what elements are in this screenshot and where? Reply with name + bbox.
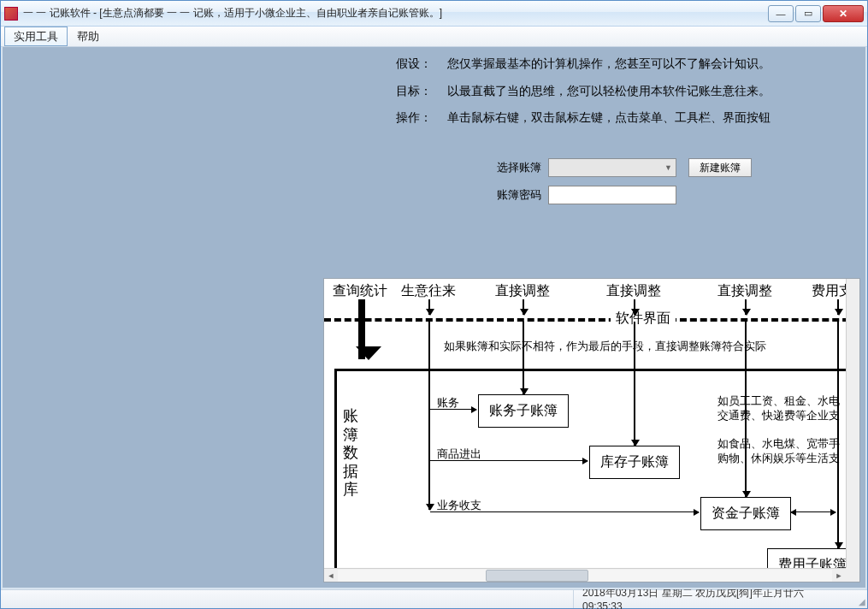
diagram-head-business: 生意往来 <box>401 282 456 300</box>
arrow-query-stats <box>358 299 365 359</box>
minimize-button[interactable]: ― <box>768 5 794 22</box>
intro-op-label: 操作： <box>396 109 447 127</box>
diagram-software-ui-label: 软件界面 <box>611 310 676 328</box>
diagram-dashed-line <box>324 318 859 322</box>
diagram-vertical-scrollbar[interactable] <box>846 279 859 568</box>
resize-grip-icon[interactable]: ◢ <box>853 590 867 608</box>
diagram-adjust-note: 如果账簿和实际不相符，作为最后的手段，直接调整账簿符合实际 <box>444 339 766 354</box>
conn-funds-label: 业务收支 <box>437 498 481 513</box>
note-enterprise-expense: 如员工工资、租金、水电 交通费、快递费等企业支 <box>717 394 840 423</box>
intro-goal-label: 目标： <box>396 83 447 100</box>
intro-goal-text: 以最直截了当的思维，您可以轻松使用本软件记账生意往来。 <box>447 83 858 100</box>
new-ledger-button[interactable]: 新建账簿 <box>688 158 752 177</box>
arrow-head-adjust3-short <box>745 299 747 315</box>
menu-tools[interactable]: 实用工具 <box>4 27 68 46</box>
window-title: 一 一 记账软件 - [生意点滴都要 一 一 记账，适用于小微企业主、自由职业者… <box>23 6 442 21</box>
intro-assume-label: 假设： <box>396 56 447 73</box>
client-area: 假设： 您仅掌握最基本的计算机操作，您甚至可以不了解会计知识。 目标： 以最直截… <box>1 47 867 589</box>
titlebar[interactable]: 一 一 记账软件 - [生意点滴都要 一 一 记账，适用于小微企业主、自由职业者… <box>1 1 867 27</box>
maximize-icon: ▭ <box>804 8 812 19</box>
note-living-expense: 如食品、水电煤、宽带手 购物、休闲娱乐等生活支 <box>717 437 840 466</box>
db-vertical-label: 账簿数据库 <box>343 407 358 500</box>
statusbar: 2018年03月13日 星期二 农历戊戌[狗]年正月廿六 09:35:33 ◢ <box>1 589 867 608</box>
diagram-head-adjust1: 直接调整 <box>495 282 550 300</box>
diagram-head-adjust3: 直接调整 <box>717 282 772 300</box>
ledger-form: 选择账簿 ▼ 新建账簿 账簿密码 <box>481 158 781 213</box>
statusbar-datetime: 2018年03月13日 星期二 农历戊戌[狗]年正月廿六 09:35:33 <box>574 586 853 609</box>
conn-accounting-label: 账务 <box>437 395 459 411</box>
app-icon <box>4 7 18 21</box>
diagram-head-adjust2: 直接调整 <box>606 282 661 300</box>
select-ledger-label: 选择账簿 <box>481 160 541 175</box>
conn-inventory-label: 商品进出 <box>437 446 481 462</box>
close-icon: ✕ <box>839 8 847 20</box>
scroll-corner <box>846 568 859 582</box>
diagram-horizontal-scrollbar[interactable]: ◄ ► <box>324 568 846 582</box>
intro-block: 假设： 您仅掌握最基本的计算机操作，您甚至可以不了解会计知识。 目标： 以最直截… <box>396 56 858 137</box>
diagram-panel: 查询统计 生意往来 直接调整 直接调整 直接调整 费用支出 报 软件界面 <box>323 278 860 582</box>
diagram-head-query-stats: 查询统计 <box>333 282 387 300</box>
intro-assume-text: 您仅掌握最基本的计算机操作，您甚至可以不了解会计知识。 <box>447 56 858 73</box>
scroll-right-arrow-icon[interactable]: ► <box>832 569 846 582</box>
arrow-head-adjust1-short <box>523 299 524 315</box>
ledger-password-label: 账簿密码 <box>481 187 541 203</box>
intro-op-text: 单击鼠标右键，双击鼠标左键，点击菜单、工具栏、界面按钮 <box>447 109 858 127</box>
conn-funds-right <box>791 511 836 512</box>
ledger-inventory: 库存子账簿 <box>589 446 680 479</box>
menu-help[interactable]: 帮助 <box>68 27 109 46</box>
scroll-thumb[interactable] <box>486 570 588 582</box>
maximize-button[interactable]: ▭ <box>795 5 821 22</box>
arrow-head-expense-short <box>837 299 839 315</box>
menubar: 实用工具 帮助 <box>1 27 867 47</box>
ledger-password-input[interactable] <box>548 186 676 204</box>
ledger-accounting: 账务子账簿 <box>478 394 569 428</box>
app-window: 一 一 记账软件 - [生意点滴都要 一 一 记账，适用于小微企业主、自由职业者… <box>0 0 868 609</box>
close-button[interactable]: ✕ <box>823 5 864 22</box>
ledger-funds: 资金子账簿 <box>700 497 791 530</box>
arrow-head-business-short <box>428 299 430 315</box>
scroll-left-arrow-icon[interactable]: ◄ <box>324 569 338 582</box>
chevron-down-icon: ▼ <box>664 163 672 172</box>
arrow-head-adjust2-short <box>634 299 635 315</box>
select-ledger-combo[interactable]: ▼ <box>548 158 676 177</box>
statusbar-left <box>1 590 574 608</box>
minimize-icon: ― <box>776 9 786 19</box>
